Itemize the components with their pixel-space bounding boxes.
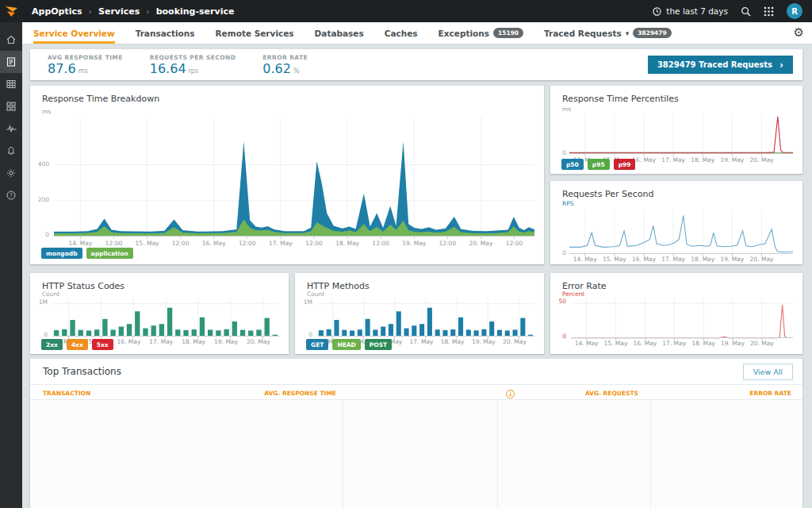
column-avg-response-time[interactable]: AVG. RESPONSE TIME bbox=[264, 390, 336, 397]
y-tick-200: 200 bbox=[32, 196, 49, 203]
breadcrumb-booking-service[interactable]: booking-service bbox=[156, 6, 235, 17]
nav-dashboards-icon[interactable] bbox=[0, 95, 22, 117]
nav-hosts-icon[interactable] bbox=[0, 73, 22, 95]
x-tick-label: 19. May bbox=[472, 338, 496, 345]
svg-text:?: ? bbox=[10, 192, 12, 198]
top-transactions-panel: Top Transactions View All TRANSACTION AV… bbox=[30, 359, 802, 508]
legend-badge-application[interactable]: application bbox=[86, 248, 133, 259]
breadcrumb-appoptics[interactable]: AppOptics bbox=[32, 6, 82, 17]
legend-badge-p95[interactable]: p95 bbox=[588, 159, 610, 170]
nav-settings-icon[interactable] bbox=[0, 162, 22, 184]
error-rate-chart[interactable] bbox=[571, 298, 793, 338]
response-time-percentiles-chart[interactable] bbox=[569, 114, 793, 154]
metric-unit: ms bbox=[79, 67, 88, 75]
traced-requests-button[interactable]: 3829479 Traced Requests › bbox=[648, 56, 793, 74]
tab-exceptions[interactable]: Exceptions 15190 bbox=[439, 22, 523, 44]
requests-per-second-panel: Requests Per Second RPS 0 14. May15. May… bbox=[550, 181, 802, 264]
column-divider bbox=[343, 400, 343, 508]
legend-badge-HEAD[interactable]: HEAD bbox=[332, 339, 360, 350]
x-tick-label: 16. May bbox=[202, 240, 226, 247]
settings-gear-icon[interactable]: ⚙ bbox=[794, 27, 804, 39]
x-tick-label: 14. May bbox=[68, 240, 92, 247]
x-tick-label: 19. May bbox=[214, 338, 238, 345]
chevron-right-icon: › bbox=[779, 60, 783, 71]
x-tick-label: 14. May bbox=[575, 340, 599, 347]
x-tick-label: 17. May bbox=[661, 256, 685, 263]
legend-badge-p99[interactable]: p99 bbox=[614, 159, 636, 170]
metric-avg-response-time: AVG RESPONSE TIME 87.6ms bbox=[48, 54, 123, 76]
nav-help-icon[interactable]: ? bbox=[0, 184, 22, 206]
breadcrumb-separator-icon: › bbox=[89, 6, 92, 17]
tab-service-overview[interactable]: Service Overview bbox=[33, 22, 115, 44]
top-bar: AppOptics › Services › booking-service t… bbox=[0, 0, 812, 22]
legend-badge-5xx[interactable]: 5xx bbox=[92, 339, 113, 350]
chart-legend: p50p95p99 bbox=[561, 159, 635, 170]
nav-services-icon[interactable] bbox=[0, 51, 22, 73]
tab-transactions[interactable]: Transactions bbox=[136, 22, 195, 44]
y-tick-0: 0 bbox=[32, 331, 48, 338]
table-column-headers: TRANSACTION AVG. RESPONSE TIME ↓ AVG. RE… bbox=[30, 384, 802, 400]
x-tick-label: 15. May bbox=[603, 256, 626, 263]
x-tick-label: 12:00 bbox=[439, 240, 457, 247]
response-time-breakdown-chart[interactable] bbox=[54, 117, 534, 237]
nav-home-icon[interactable] bbox=[0, 29, 22, 51]
x-tick-label: 12:00 bbox=[172, 240, 190, 247]
y-tick-0: 0 bbox=[549, 149, 566, 156]
y-tick-0: 0 bbox=[32, 231, 49, 238]
search-icon[interactable] bbox=[741, 6, 751, 17]
user-avatar[interactable]: R bbox=[787, 3, 802, 19]
nav-alerts-icon[interactable] bbox=[0, 140, 22, 162]
y-tick-0: 0 bbox=[297, 331, 312, 338]
clock-icon bbox=[653, 7, 661, 16]
x-tick-label: 17. May bbox=[662, 340, 686, 347]
legend-badge-p50[interactable]: p50 bbox=[561, 159, 584, 170]
tab-databases[interactable]: Databases bbox=[315, 22, 364, 44]
http-status-codes-chart[interactable] bbox=[52, 298, 279, 337]
exceptions-count-badge: 15190 bbox=[493, 28, 523, 38]
tab-caches[interactable]: Caches bbox=[385, 22, 418, 44]
y-tick-0: 0 bbox=[549, 249, 566, 256]
y-axis-unit: ms bbox=[42, 108, 51, 115]
x-tick-label: 16. May bbox=[632, 156, 656, 164]
x-tick-label: 15. May bbox=[604, 340, 628, 347]
breadcrumb: AppOptics › Services › booking-service bbox=[32, 6, 234, 17]
legend-badge-4xx[interactable]: 4xx bbox=[67, 339, 88, 350]
response-time-percentiles-panel: Response Time Percentiles ms 0 14. May15… bbox=[550, 86, 802, 174]
tab-remote-services[interactable]: Remote Services bbox=[216, 22, 294, 44]
column-transaction[interactable]: TRANSACTION bbox=[43, 390, 90, 397]
x-tick-label: 19. May bbox=[721, 340, 745, 347]
x-tick-label: 20. May bbox=[750, 340, 774, 347]
app-grid-icon[interactable] bbox=[764, 6, 774, 17]
y-tick-1m: 1M bbox=[297, 298, 312, 306]
legend-badge-POST[interactable]: POST bbox=[365, 339, 392, 350]
y-tick-1m: 1M bbox=[32, 298, 48, 306]
legend-badge-mongodb[interactable]: mongodb bbox=[41, 248, 82, 259]
x-axis-labels: 14. May12:0015. May12:0016. May12:0017. … bbox=[54, 240, 534, 248]
solarwinds-logo-icon[interactable] bbox=[0, 0, 22, 22]
metric-label: AVG RESPONSE TIME bbox=[48, 54, 123, 61]
x-tick-label: 16. May bbox=[633, 340, 657, 347]
chart-title: Response Time Breakdown bbox=[42, 94, 159, 104]
breadcrumb-services[interactable]: Services bbox=[98, 6, 140, 17]
time-range-picker[interactable]: the last 7 days bbox=[653, 6, 728, 16]
requests-per-second-chart[interactable] bbox=[569, 210, 793, 254]
legend-badge-2xx[interactable]: 2xx bbox=[41, 339, 63, 350]
http-methods-chart[interactable] bbox=[317, 298, 534, 337]
x-tick-label: 17. May bbox=[661, 156, 685, 164]
metric-value: 16.64 bbox=[150, 61, 186, 76]
x-tick-label: 12:00 bbox=[239, 240, 256, 247]
x-tick-label: 12:00 bbox=[506, 240, 523, 247]
nav-metrics-icon[interactable] bbox=[0, 117, 22, 140]
view-all-button[interactable]: View All bbox=[743, 364, 793, 380]
column-divider bbox=[650, 400, 651, 508]
sort-descending-icon[interactable]: ↓ bbox=[506, 390, 515, 398]
tab-traced-requests[interactable]: Traced Requests ▾ 3829479 bbox=[544, 22, 672, 44]
summary-metrics-bar: AVG RESPONSE TIME 87.6ms REQUESTS PER SE… bbox=[30, 49, 802, 80]
metric-unit: % bbox=[293, 67, 300, 75]
x-tick-label: 17. May bbox=[410, 338, 434, 345]
column-error-rate[interactable]: ERROR RATE bbox=[749, 390, 791, 397]
legend-badge-GET[interactable]: GET bbox=[306, 339, 328, 350]
x-tick-label: 19. May bbox=[720, 156, 744, 164]
column-avg-requests[interactable]: AVG. REQUESTS bbox=[585, 390, 638, 397]
appoptics-dashboard: AppOptics › Services › booking-service t… bbox=[0, 0, 812, 508]
